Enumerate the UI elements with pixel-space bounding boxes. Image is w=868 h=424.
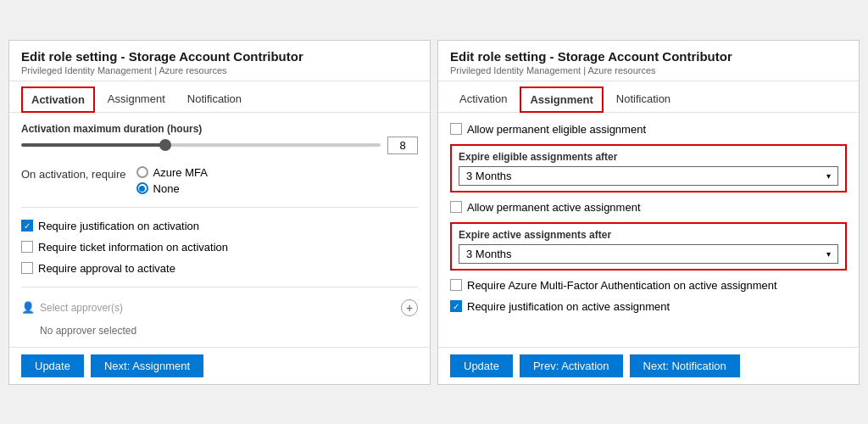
divider-2 <box>21 287 418 287</box>
checkbox-ticket-box[interactable] <box>21 241 33 253</box>
checkbox-mfa-active[interactable]: Require Azure Multi-Factor Authenticatio… <box>450 279 847 292</box>
checkbox-permanent-active[interactable]: Allow permanent active assignment <box>450 201 847 214</box>
checkbox-permanent-active-label: Allow permanent active assignment <box>467 201 641 214</box>
activation-duration-label: Activation maximum duration (hours) <box>21 123 418 135</box>
person-icon: 👤 <box>21 301 35 314</box>
expire-active-label: Expire active assignments after <box>459 229 838 241</box>
expire-eligible-value: 3 Months <box>466 170 511 182</box>
checkbox-justification-active[interactable]: Require justification on active assignme… <box>450 300 847 313</box>
checkbox-permanent-eligible[interactable]: Allow permanent eligible assignment <box>450 123 847 136</box>
checkbox-ticket[interactable]: Require ticket information on activation <box>21 241 418 254</box>
left-panel-tabs: Activation Assignment Notification <box>9 81 430 113</box>
radio-none-circle[interactable] <box>136 182 148 194</box>
tab-activation-left[interactable]: Activation <box>21 86 95 113</box>
radio-none[interactable]: None <box>136 182 208 195</box>
left-update-button[interactable]: Update <box>21 354 84 377</box>
tab-notification-left[interactable]: Notification <box>178 86 251 113</box>
radio-none-label: None <box>153 182 180 195</box>
on-activation-section: On activation, require Azure MFA None <box>21 166 418 195</box>
slider-thumb[interactable] <box>159 139 171 151</box>
checkbox-ticket-label: Require ticket information on activation <box>38 241 228 254</box>
right-update-button[interactable]: Update <box>450 354 513 377</box>
checkbox-approval-box[interactable] <box>21 262 33 274</box>
approver-section: 👤 Select approver(s) + <box>21 299 418 316</box>
expire-eligible-chevron-icon: ▾ <box>826 171 831 181</box>
right-panel: Edit role setting - Storage Account Cont… <box>437 40 860 385</box>
expire-eligible-label: Expire eligible assignments after <box>459 151 838 163</box>
left-panel-body: Activation maximum duration (hours) On a… <box>9 113 430 347</box>
on-activation-label: On activation, require <box>21 168 126 181</box>
expire-active-chevron-icon: ▾ <box>826 249 831 259</box>
left-panel: Edit role setting - Storage Account Cont… <box>8 40 431 385</box>
expire-eligible-dropdown[interactable]: 3 Months ▾ <box>459 166 838 186</box>
slider-value-input[interactable] <box>387 137 418 154</box>
checkbox-justification[interactable]: Require justification on activation <box>21 220 418 232</box>
expire-eligible-section: Expire eligible assignments after 3 Mont… <box>450 144 847 192</box>
checkbox-justification-active-label: Require justification on active assignme… <box>467 300 670 313</box>
checkbox-approval-label: Require approval to activate <box>38 262 175 275</box>
left-panel-title: Edit role setting - Storage Account Cont… <box>21 49 418 64</box>
expire-active-dropdown[interactable]: 3 Months ▾ <box>459 244 838 264</box>
tab-assignment-right[interactable]: Assignment <box>520 86 603 113</box>
right-next-notification-button[interactable]: Next: Notification <box>630 354 740 377</box>
radio-azure-mfa[interactable]: Azure MFA <box>136 166 208 179</box>
checkbox-permanent-eligible-box[interactable] <box>450 123 462 135</box>
activation-duration-section: Activation maximum duration (hours) <box>21 123 418 158</box>
expire-active-section: Expire active assignments after 3 Months… <box>450 222 847 271</box>
right-panel-header: Edit role setting - Storage Account Cont… <box>438 41 859 81</box>
slider-row <box>21 137 418 154</box>
checkbox-justification-active-box[interactable] <box>450 300 462 312</box>
radio-group: Azure MFA None <box>136 166 208 195</box>
tab-activation-right[interactable]: Activation <box>450 86 516 113</box>
right-panel-title: Edit role setting - Storage Account Cont… <box>450 49 847 64</box>
divider-1 <box>21 207 418 208</box>
checkbox-mfa-active-label: Require Azure Multi-Factor Authenticatio… <box>467 279 777 292</box>
tab-assignment-left[interactable]: Assignment <box>98 86 175 113</box>
checkbox-permanent-eligible-label: Allow permanent eligible assignment <box>467 123 646 136</box>
radio-azure-mfa-circle[interactable] <box>136 166 148 178</box>
expire-active-value: 3 Months <box>466 248 511 260</box>
left-panel-subtitle: Privileged Identity Management | Azure r… <box>21 65 418 75</box>
left-panel-header: Edit role setting - Storage Account Cont… <box>9 41 430 81</box>
approver-placeholder[interactable]: Select approver(s) <box>40 302 123 314</box>
no-approver-text: No approver selected <box>40 325 418 337</box>
left-next-assignment-button[interactable]: Next: Assignment <box>91 354 203 377</box>
tab-notification-right[interactable]: Notification <box>607 86 680 113</box>
checkbox-mfa-active-box[interactable] <box>450 279 462 291</box>
checkbox-justification-box[interactable] <box>21 220 33 232</box>
right-panel-body: Allow permanent eligible assignment Expi… <box>438 113 859 347</box>
slider-track[interactable] <box>21 143 381 147</box>
checkbox-justification-label: Require justification on activation <box>38 220 199 232</box>
right-panel-footer: Update Prev: Activation Next: Notificati… <box>438 347 859 384</box>
add-approver-icon[interactable]: + <box>401 299 418 316</box>
right-prev-activation-button[interactable]: Prev: Activation <box>520 354 623 377</box>
right-panel-tabs: Activation Assignment Notification <box>438 81 859 113</box>
checkbox-approval[interactable]: Require approval to activate <box>21 262 418 275</box>
right-panel-subtitle: Privileged Identity Management | Azure r… <box>450 65 847 75</box>
left-panel-footer: Update Next: Assignment <box>9 347 430 384</box>
radio-azure-mfa-label: Azure MFA <box>153 166 208 179</box>
approver-left: 👤 Select approver(s) <box>21 301 123 314</box>
checkbox-permanent-active-box[interactable] <box>450 201 462 213</box>
